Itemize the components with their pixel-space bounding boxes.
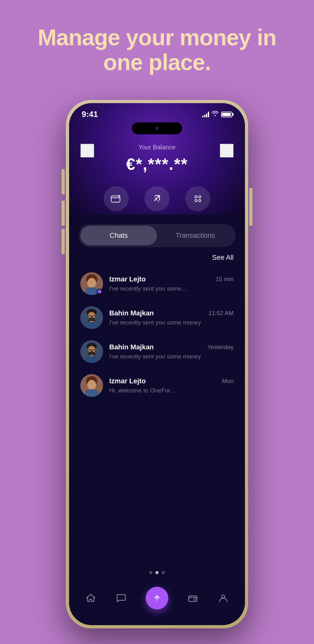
svg-point-4 [195, 200, 197, 202]
chat-name: Bahin Majkan [109, 343, 154, 351]
chat-time: 11:52 AM [208, 310, 234, 317]
wallet-icon [187, 592, 199, 604]
more-button[interactable] [185, 186, 210, 211]
tab-chats[interactable]: Chats [80, 226, 157, 245]
chat-name: Bahin Majkan [109, 309, 154, 317]
see-all-row: See All [69, 253, 245, 267]
home-icon [84, 592, 97, 604]
svg-point-0 [85, 147, 89, 151]
svg-point-5 [199, 200, 201, 202]
status-time: 9:41 [82, 109, 98, 119]
see-all-button[interactable]: See All [212, 253, 234, 262]
profile-nav-icon [217, 592, 230, 604]
send-fab-button[interactable] [146, 587, 168, 609]
nav-profile[interactable] [217, 592, 230, 604]
svg-point-38 [222, 595, 225, 598]
balance-section: Your Balance €*,***.** [69, 141, 245, 186]
svg-rect-16 [88, 316, 91, 318]
chat-preview: I've recently sent you some money [109, 319, 234, 326]
chat-preview: I've recently sent you some... [109, 285, 234, 292]
chat-time: 15 min [216, 276, 234, 283]
chat-preview: Hi, welcome to OneFor... [109, 387, 234, 394]
chat-icon [115, 592, 127, 604]
avatar-wrap [80, 340, 103, 363]
svg-point-35 [85, 389, 98, 394]
add-card-button[interactable] [104, 186, 129, 211]
avatar-wrap [80, 272, 103, 295]
nav-home[interactable] [84, 592, 97, 604]
battery-icon [221, 112, 232, 117]
svg-point-3 [199, 196, 201, 198]
svg-point-32 [87, 380, 96, 390]
nav-chat[interactable] [115, 592, 127, 604]
svg-point-11 [85, 287, 98, 292]
chat-info: Bahin Majkan Yesterday I've recently sen… [109, 343, 234, 360]
avatar-wrap [80, 306, 103, 329]
page-headline: Manage your money in one place. [0, 25, 314, 75]
avatar [80, 374, 103, 397]
chat-name: Izmar Lejto [109, 275, 146, 283]
chat-info: Bahin Majkan 11:52 AM I've recently sent… [109, 309, 234, 326]
avatar [80, 306, 103, 329]
chat-list: Izmar Lejto 15 min I've recently sent yo… [69, 267, 245, 565]
dot[interactable] [162, 571, 165, 574]
phone-mockup: 9:41 [66, 100, 248, 628]
pagination-dots [69, 565, 245, 580]
notification-button[interactable] [220, 144, 234, 158]
chat-item[interactable]: Bahin Majkan 11:52 AM I've recently sent… [75, 301, 239, 335]
dot[interactable] [149, 571, 152, 574]
svg-rect-26 [92, 350, 95, 352]
dot-active[interactable] [155, 571, 159, 574]
avatar [80, 340, 103, 363]
balance-label: Your Balance [82, 144, 232, 151]
chat-item[interactable]: Izmar Lejto 15 min I've recently sent yo… [75, 267, 239, 301]
svg-rect-37 [194, 599, 196, 600]
svg-rect-25 [88, 350, 91, 352]
chat-time: Mon [222, 378, 234, 385]
avatar-wrap [80, 374, 103, 397]
tab-transactions[interactable]: Transactions [157, 226, 234, 245]
dynamic-island [132, 122, 182, 134]
signal-icon [202, 112, 209, 117]
chat-time: Yesterday [207, 344, 234, 351]
svg-point-8 [87, 278, 96, 288]
svg-rect-17 [92, 316, 95, 318]
chat-item[interactable]: Izmar Lejto Mon Hi, welcome to OneFor... [75, 369, 239, 402]
svg-rect-1 [111, 196, 120, 202]
transfer-button[interactable] [144, 186, 170, 211]
wifi-icon [212, 111, 219, 118]
chat-name: Izmar Lejto [109, 377, 146, 385]
chat-info: Izmar Lejto 15 min I've recently sent yo… [109, 275, 234, 292]
balance-amount: €*,***.** [82, 155, 232, 174]
status-icons [202, 111, 232, 118]
chat-info: Izmar Lejto Mon Hi, welcome to OneFor... [109, 377, 234, 394]
bottom-nav [69, 580, 245, 625]
tab-switcher: Chats Transactions [78, 224, 236, 247]
status-bar: 9:41 [69, 103, 245, 122]
main-content: Chats Transactions See All [69, 214, 245, 625]
profile-button[interactable] [80, 144, 94, 158]
chat-preview: I've recently sent you some money [109, 353, 234, 360]
online-indicator [97, 289, 102, 294]
svg-point-2 [195, 196, 197, 198]
nav-wallet[interactable] [187, 592, 199, 604]
chat-item[interactable]: Bahin Majkan Yesterday I've recently sen… [75, 335, 239, 369]
